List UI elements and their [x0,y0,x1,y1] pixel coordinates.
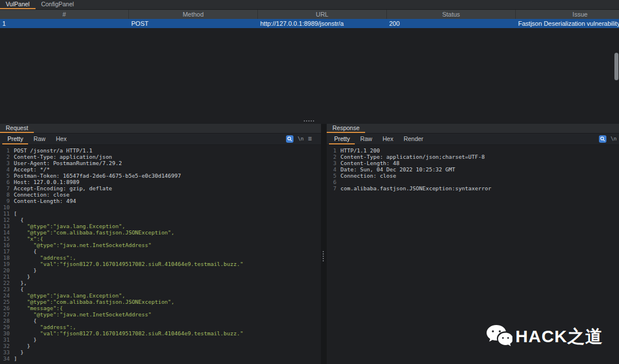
code-line: 21 } [0,273,321,280]
response-tab-render[interactable]: Render [398,134,428,144]
request-tab-raw[interactable]: Raw [28,134,50,144]
request-tab-pretty[interactable]: Pretty [2,134,28,144]
line-text: [ [14,210,17,217]
line-number: 9 [0,198,10,204]
line-number: 20 [0,267,10,273]
column-header-method[interactable]: Method [129,10,258,19]
vertical-splitter-handle [323,251,324,252]
column-header-num[interactable]: # [0,10,129,19]
code-line: 27 "@type":"java.net.InetSocketAddress" [0,311,321,318]
code-line: 31 } [0,336,321,343]
request-editor[interactable]: 1POST /jsonstr/a HTTP/1.12Content-Type: … [0,145,321,364]
line-text: } [14,273,30,280]
code-line: 11[ [0,210,321,217]
line-number: 30 [0,330,10,336]
scrollbar-thumb[interactable] [614,53,618,80]
code-line: 26 "message":{ [0,305,321,311]
line-text: User-Agent: PostmanRuntime/7.29.2 [14,160,122,166]
line-text: "@type":"com.alibaba.fastjson.JSONExcept… [14,299,174,305]
line-number: 29 [0,324,10,330]
column-header-url[interactable]: URL [258,10,387,19]
line-number: 3 [0,160,10,166]
line-text: }, [14,280,27,286]
newline-icon[interactable]: \n [297,135,304,143]
line-text: HTTP/1.1 200 [340,147,380,154]
response-editor-tools: \n ≡ [599,134,619,144]
code-line: 20 } [0,267,321,273]
line-text: "@type":"java.net.InetSocketAddress" [14,311,151,318]
cell-issue: Fastjson Deserialization vulnerability [516,19,619,28]
tab-vulpanel[interactable]: VulPanel [0,0,36,9]
line-text: "x":{ [14,236,43,242]
request-tab-hex[interactable]: Hex [50,134,72,144]
column-header-issue[interactable]: Issue [516,10,619,19]
line-number: 7 [0,185,10,191]
code-line: 24 "@type":"java.lang.Exception", [0,292,321,299]
search-icon[interactable] [286,135,293,143]
code-line: 3Content-Length: 48 [327,160,619,166]
line-text: Accept: */* [14,166,50,173]
response-view-tabs: Pretty Raw Hex Render \n ≡ [327,134,619,145]
line-text: "val":"fjson8127.0.1670149517082.siuR.41… [14,330,243,336]
code-line: 8Connection: close [0,191,321,198]
line-number: 13 [0,223,10,229]
line-number: 4 [0,166,10,173]
request-editor-tools: \n ≡ [286,134,321,144]
line-number: 17 [0,248,10,255]
line-number: 25 [0,299,10,305]
line-text: "@type":"com.alibaba.fastjson.JSONExcept… [14,229,174,236]
line-number: 26 [0,305,10,311]
table-row[interactable]: 1 POST http://127.0.0.1:8989/jsonstr/a 2… [0,19,619,28]
tab-configpanel[interactable]: ConfigPanel [36,0,80,9]
line-number: 5 [0,173,10,179]
code-line: 32 } [0,343,321,349]
column-header-status[interactable]: Status [387,10,516,19]
horizontal-splitter-handle[interactable] [304,120,305,122]
code-line: 1POST /jsonstr/a HTTP/1.1 [0,147,321,154]
line-text: } [14,336,37,343]
line-number: 19 [0,261,10,267]
response-tab[interactable]: Response [327,124,365,133]
code-line: 2Content-Type: application/json;charset=… [327,154,619,160]
line-number: 34 [0,355,10,362]
request-header-bar: Request [0,124,321,134]
line-text: "@type":"java.lang.Exception", [14,292,125,299]
code-line: 1HTTP/1.1 200 [327,147,619,154]
code-line: 5Postman-Token: 16547fad-2de6-4675-b5e5-… [0,173,321,179]
code-line: 9Content-Length: 494 [0,198,321,204]
code-line: 34] [0,355,321,362]
line-text: Content-Length: 494 [14,198,76,204]
line-number: 11 [0,210,10,217]
request-view-tabs: Pretty Raw Hex \n ≡ [0,134,321,145]
search-icon[interactable] [599,135,606,143]
response-tab-hex[interactable]: Hex [377,134,398,144]
line-text: } [14,349,23,355]
code-line: 25 "@type":"com.alibaba.fastjson.JSONExc… [0,299,321,305]
menu-icon[interactable]: ≡ [308,135,312,143]
app-window: VulPanel ConfigPanel # Method URL Status… [0,0,619,364]
line-text: "@type":"java.lang.Exception", [14,223,125,229]
response-tab-pretty[interactable]: Pretty [329,134,355,144]
line-number: 24 [0,292,10,299]
newline-icon[interactable]: \n [610,135,617,143]
code-line: 12 { [0,217,321,223]
request-panel: Request Pretty Raw Hex \n ≡ 1POST /jsons… [0,124,321,364]
line-number: 31 [0,336,10,343]
watermark-text: HACK之道 [515,325,603,349]
line-text: Postman-Token: 16547fad-2de6-4675-b5e5-e… [14,173,181,179]
line-text: "val":"fjson8127.0.1670149517082.siuR.41… [14,261,243,267]
code-line: 5Connection: close [327,173,619,179]
line-text: Host: 127.0.0.1:8989 [14,179,79,185]
line-text: { [14,248,37,255]
line-text: { [14,286,23,292]
line-text: } [14,267,37,273]
table-header: # Method URL Status Issue [0,10,619,19]
watermark: HACK之道 [486,324,603,349]
panel-splitter[interactable] [321,124,327,364]
request-tab[interactable]: Request [0,124,34,133]
code-line: 2Content-Type: application/json [0,154,321,160]
line-text: } [14,343,30,349]
line-text: "message":{ [14,305,63,311]
response-tab-raw[interactable]: Raw [355,134,377,144]
code-line: 33 } [0,349,321,355]
